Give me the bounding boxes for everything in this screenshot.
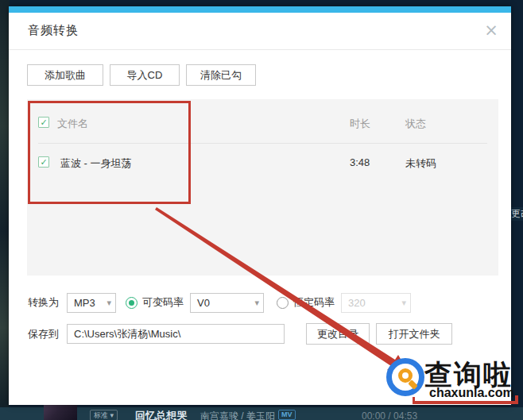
table-row[interactable]: ✓ 蓝波 - 一身坦荡 3:48 未转码	[38, 155, 487, 172]
album-art-thumbnail[interactable]	[44, 403, 77, 420]
save-path-input[interactable]	[67, 324, 285, 344]
column-duration: 时长	[350, 117, 370, 131]
cbr-bitrate-select-disabled: 320▾	[341, 293, 411, 313]
file-list-header: ✓ 文件名 时长 状态	[38, 115, 487, 131]
convert-options-row: 转换为 MP3▾ 可变码率 V0▾ 恒定码率 320▾	[28, 292, 411, 313]
title-separator	[9, 49, 511, 50]
chevron-down-icon: ▾	[401, 294, 406, 312]
mv-badge[interactable]: MV	[278, 410, 296, 420]
quality-selector[interactable]: 标准 ▾	[90, 410, 118, 420]
chevron-down-icon: ▾	[107, 294, 111, 312]
dialog-title: 音频转换	[28, 23, 79, 38]
audio-convert-dialog: 音频转换 × 添加歌曲 导入CD 清除已勾 ✓ 文件名 时长 状态 ✓ 蓝波 -…	[9, 6, 511, 405]
format-select[interactable]: MP3▾	[67, 293, 116, 313]
clear-checked-button[interactable]: 清除已勾	[186, 64, 256, 86]
player-time: 00:00 / 04:53	[362, 410, 417, 420]
row-filename: 蓝波 - 一身坦荡	[60, 156, 132, 171]
format-value: MP3	[74, 297, 95, 309]
vbr-value: V0	[197, 297, 210, 309]
search-logo-icon	[386, 358, 424, 396]
cbr-radio[interactable]	[277, 297, 289, 309]
save-location-row: 保存到 更改目录 打开文件夹	[28, 323, 452, 345]
player-artist[interactable]: 南宫嘉骏 / 姜玉阳	[200, 410, 275, 420]
close-icon[interactable]: ×	[482, 21, 501, 40]
background-partial-button: 更改	[511, 207, 523, 221]
vbr-label[interactable]: 可变码率	[142, 295, 184, 310]
row-checkbox[interactable]: ✓	[38, 156, 49, 168]
change-directory-button[interactable]: 更改目录	[306, 323, 370, 345]
cbr-value: 320	[348, 297, 366, 309]
import-cd-button[interactable]: 导入CD	[110, 64, 180, 86]
vbr-radio[interactable]	[126, 297, 138, 309]
header-divider	[38, 143, 487, 144]
column-status: 状态	[405, 117, 426, 131]
cbr-label[interactable]: 恒定码率	[293, 295, 335, 310]
vbr-quality-select[interactable]: V0▾	[190, 293, 264, 313]
column-filename: 文件名	[57, 117, 88, 131]
watermark-domain: chaxunla.com	[429, 386, 514, 400]
add-song-button[interactable]: 添加歌曲	[27, 64, 103, 86]
select-all-checkbox[interactable]: ✓	[38, 117, 49, 128]
screen: 更改 标准 ▾ 回忆总想哭 南宫嘉骏 / 姜玉阳 MV 00:00 / 04:5…	[0, 0, 523, 420]
dialog-accent-bar	[9, 6, 511, 13]
row-status: 未转码	[405, 156, 436, 171]
player-song-title[interactable]: 回忆总想哭	[135, 409, 187, 420]
row-duration: 3:48	[350, 156, 370, 168]
chevron-down-icon: ▾	[254, 294, 259, 312]
save-to-label: 保存到	[28, 327, 59, 341]
open-folder-button[interactable]: 打开文件夹	[376, 323, 452, 345]
convert-to-label: 转换为	[28, 295, 59, 310]
magnifier-handle-icon	[408, 380, 418, 390]
dialog-toolbar: 添加歌曲 导入CD 清除已勾	[27, 64, 256, 86]
file-list-panel: ✓ 文件名 时长 状态 ✓ 蓝波 - 一身坦荡 3:48 未转码	[27, 99, 498, 276]
